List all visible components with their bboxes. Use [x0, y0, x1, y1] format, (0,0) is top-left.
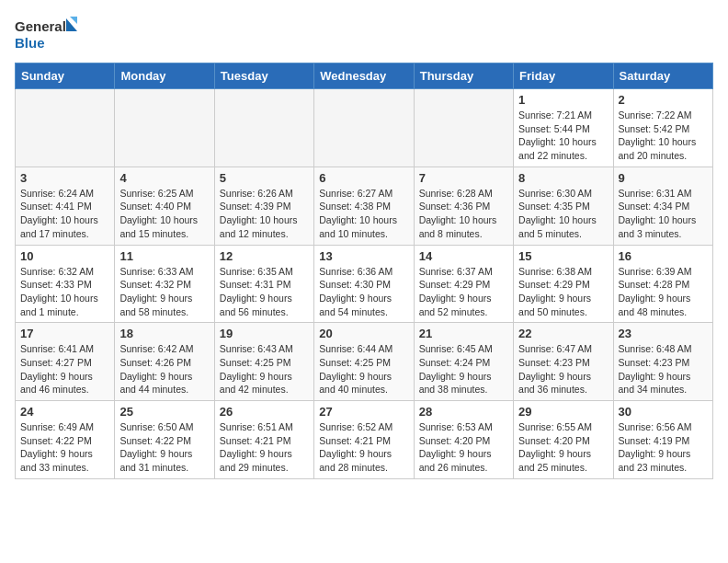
day-number: 28 — [419, 405, 508, 419]
calendar-day-cell: 13Sunrise: 6:36 AM Sunset: 4:30 PM Dayli… — [314, 245, 414, 323]
day-info: Sunrise: 6:56 AM Sunset: 4:19 PM Dayligh… — [619, 420, 708, 475]
calendar-day-cell: 15Sunrise: 6:38 AM Sunset: 4:29 PM Dayli… — [514, 245, 613, 323]
calendar-day-cell — [414, 89, 513, 167]
day-number: 16 — [619, 249, 708, 263]
calendar-day-cell: 25Sunrise: 6:50 AM Sunset: 4:22 PM Dayli… — [115, 401, 214, 479]
calendar-day-cell: 21Sunrise: 6:45 AM Sunset: 4:24 PM Dayli… — [414, 323, 513, 401]
day-number: 5 — [220, 171, 309, 185]
calendar-week-row: 24Sunrise: 6:49 AM Sunset: 4:22 PM Dayli… — [16, 401, 713, 479]
day-number: 6 — [319, 171, 408, 185]
day-info: Sunrise: 6:31 AM Sunset: 4:34 PM Dayligh… — [619, 187, 708, 241]
calendar-day-cell: 10Sunrise: 6:32 AM Sunset: 4:33 PM Dayli… — [16, 245, 115, 323]
day-number: 13 — [319, 249, 408, 263]
day-number: 2 — [619, 93, 708, 107]
calendar-day-cell: 23Sunrise: 6:48 AM Sunset: 4:23 PM Dayli… — [613, 323, 712, 401]
calendar-day-cell — [314, 89, 414, 167]
day-number: 8 — [518, 171, 608, 185]
calendar-day-cell: 12Sunrise: 6:35 AM Sunset: 4:31 PM Dayli… — [214, 245, 313, 323]
day-info: Sunrise: 6:45 AM Sunset: 4:24 PM Dayligh… — [419, 342, 508, 396]
calendar-day-cell: 17Sunrise: 6:41 AM Sunset: 4:27 PM Dayli… — [16, 323, 115, 401]
day-info: Sunrise: 6:55 AM Sunset: 4:20 PM Dayligh… — [518, 420, 608, 475]
day-number: 27 — [319, 405, 408, 419]
calendar-header-saturday: Saturday — [613, 63, 712, 89]
page-header: GeneralBlue — [15, 15, 713, 55]
calendar-day-cell: 18Sunrise: 6:42 AM Sunset: 4:26 PM Dayli… — [115, 323, 214, 401]
day-info: Sunrise: 6:38 AM Sunset: 4:29 PM Dayligh… — [518, 265, 608, 319]
day-number: 10 — [20, 249, 109, 263]
day-info: Sunrise: 6:37 AM Sunset: 4:29 PM Dayligh… — [419, 265, 508, 319]
calendar-day-cell: 3Sunrise: 6:24 AM Sunset: 4:41 PM Daylig… — [16, 167, 115, 245]
calendar-day-cell: 27Sunrise: 6:52 AM Sunset: 4:21 PM Dayli… — [314, 401, 414, 479]
day-info: Sunrise: 6:35 AM Sunset: 4:31 PM Dayligh… — [220, 265, 309, 319]
logo: GeneralBlue — [15, 15, 79, 55]
day-info: Sunrise: 6:26 AM Sunset: 4:39 PM Dayligh… — [220, 187, 309, 241]
day-info: Sunrise: 6:49 AM Sunset: 4:22 PM Dayligh… — [20, 420, 109, 475]
day-number: 19 — [220, 327, 309, 340]
day-info: Sunrise: 7:21 AM Sunset: 5:44 PM Dayligh… — [518, 109, 608, 163]
day-number: 18 — [119, 327, 209, 340]
day-info: Sunrise: 6:39 AM Sunset: 4:28 PM Dayligh… — [619, 265, 708, 319]
day-number: 20 — [319, 327, 408, 340]
svg-marker-3 — [70, 17, 77, 24]
calendar-header-row: SundayMondayTuesdayWednesdayThursdayFrid… — [16, 63, 713, 89]
day-info: Sunrise: 6:33 AM Sunset: 4:32 PM Dayligh… — [119, 265, 209, 319]
calendar-header-thursday: Thursday — [414, 63, 513, 89]
calendar-day-cell: 30Sunrise: 6:56 AM Sunset: 4:19 PM Dayli… — [613, 401, 712, 479]
calendar-day-cell: 1Sunrise: 7:21 AM Sunset: 5:44 PM Daylig… — [514, 89, 613, 167]
calendar-day-cell: 8Sunrise: 6:30 AM Sunset: 4:35 PM Daylig… — [514, 167, 613, 245]
day-number: 15 — [518, 249, 608, 263]
day-number: 26 — [220, 405, 309, 419]
calendar-day-cell: 28Sunrise: 6:53 AM Sunset: 4:20 PM Dayli… — [414, 401, 513, 479]
day-number: 24 — [20, 405, 109, 419]
calendar-table: SundayMondayTuesdayWednesdayThursdayFrid… — [15, 63, 713, 479]
day-info: Sunrise: 7:22 AM Sunset: 5:42 PM Dayligh… — [619, 109, 708, 163]
day-info: Sunrise: 6:48 AM Sunset: 4:23 PM Dayligh… — [619, 342, 708, 396]
calendar-header-monday: Monday — [115, 63, 214, 89]
day-number: 23 — [619, 327, 708, 340]
day-info: Sunrise: 6:42 AM Sunset: 4:26 PM Dayligh… — [119, 342, 209, 396]
day-info: Sunrise: 6:28 AM Sunset: 4:36 PM Dayligh… — [419, 187, 508, 241]
day-info: Sunrise: 6:30 AM Sunset: 4:35 PM Dayligh… — [518, 187, 608, 241]
calendar-day-cell: 24Sunrise: 6:49 AM Sunset: 4:22 PM Dayli… — [16, 401, 115, 479]
calendar-header-sunday: Sunday — [16, 63, 115, 89]
calendar-day-cell: 16Sunrise: 6:39 AM Sunset: 4:28 PM Dayli… — [613, 245, 712, 323]
svg-text:Blue: Blue — [15, 35, 45, 51]
day-number: 3 — [20, 171, 109, 185]
day-info: Sunrise: 6:47 AM Sunset: 4:23 PM Dayligh… — [518, 342, 608, 396]
calendar-day-cell: 5Sunrise: 6:26 AM Sunset: 4:39 PM Daylig… — [214, 167, 313, 245]
day-info: Sunrise: 6:32 AM Sunset: 4:33 PM Dayligh… — [20, 265, 109, 319]
calendar-header-wednesday: Wednesday — [314, 63, 414, 89]
day-number: 4 — [119, 171, 209, 185]
day-info: Sunrise: 6:27 AM Sunset: 4:38 PM Dayligh… — [319, 187, 408, 241]
day-number: 29 — [518, 405, 608, 419]
day-info: Sunrise: 6:53 AM Sunset: 4:20 PM Dayligh… — [419, 420, 508, 475]
day-number: 21 — [419, 327, 508, 340]
calendar-day-cell: 9Sunrise: 6:31 AM Sunset: 4:34 PM Daylig… — [613, 167, 712, 245]
calendar-week-row: 3Sunrise: 6:24 AM Sunset: 4:41 PM Daylig… — [16, 167, 713, 245]
calendar-day-cell: 14Sunrise: 6:37 AM Sunset: 4:29 PM Dayli… — [414, 245, 513, 323]
calendar-day-cell: 22Sunrise: 6:47 AM Sunset: 4:23 PM Dayli… — [514, 323, 613, 401]
day-number: 25 — [119, 405, 209, 419]
calendar-week-row: 1Sunrise: 7:21 AM Sunset: 5:44 PM Daylig… — [16, 89, 713, 167]
day-number: 17 — [20, 327, 109, 340]
calendar-day-cell: 20Sunrise: 6:44 AM Sunset: 4:25 PM Dayli… — [314, 323, 414, 401]
day-number: 1 — [518, 93, 608, 107]
day-info: Sunrise: 6:24 AM Sunset: 4:41 PM Dayligh… — [20, 187, 109, 241]
day-number: 14 — [419, 249, 508, 263]
day-number: 12 — [220, 249, 309, 263]
calendar-day-cell — [16, 89, 115, 167]
day-info: Sunrise: 6:52 AM Sunset: 4:21 PM Dayligh… — [319, 420, 408, 475]
day-info: Sunrise: 6:41 AM Sunset: 4:27 PM Dayligh… — [20, 342, 109, 396]
calendar-day-cell: 19Sunrise: 6:43 AM Sunset: 4:25 PM Dayli… — [214, 323, 313, 401]
day-info: Sunrise: 6:51 AM Sunset: 4:21 PM Dayligh… — [220, 420, 309, 475]
calendar-day-cell: 4Sunrise: 6:25 AM Sunset: 4:40 PM Daylig… — [115, 167, 214, 245]
day-number: 11 — [119, 249, 209, 263]
calendar-header-tuesday: Tuesday — [214, 63, 313, 89]
calendar-day-cell — [115, 89, 214, 167]
svg-text:General: General — [15, 18, 66, 34]
day-info: Sunrise: 6:43 AM Sunset: 4:25 PM Dayligh… — [220, 342, 309, 396]
day-number: 30 — [619, 405, 708, 419]
day-info: Sunrise: 6:25 AM Sunset: 4:40 PM Dayligh… — [119, 187, 209, 241]
day-info: Sunrise: 6:36 AM Sunset: 4:30 PM Dayligh… — [319, 265, 408, 319]
day-number: 7 — [419, 171, 508, 185]
